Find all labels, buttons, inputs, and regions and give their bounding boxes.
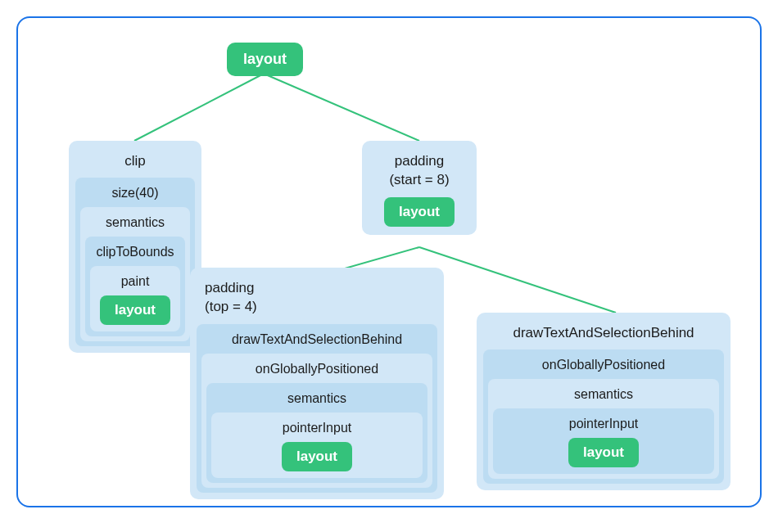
pointer-input-label-right: pointerInput [498,413,709,436]
size-label: size(40) [80,183,190,205]
padding-top-line2: (top = 4) [197,298,437,322]
padding-start-line2: (start = 8) [369,171,470,195]
layout-leaf-mid: layout [384,197,455,227]
svg-line-1 [264,74,419,141]
semantics-layer-br: semantics pointerInput layout [488,379,719,479]
pointer-input-label-left: pointerInput [216,417,418,440]
clip-box: clip size(40) semantics clipToBounds pai… [69,141,201,353]
root-layout-label: layout [227,43,303,76]
semantics-label-left: semantics [85,212,185,235]
draw-text-box-right: drawTextAndSelectionBehind onGloballyPos… [477,313,731,490]
paint-layer: paint layout [90,266,180,331]
clip-title: clip [75,147,195,176]
pointer-input-layer-left: pointerInput layout [211,413,423,478]
semantics-layer-left: semantics clipToBounds paint layout [80,207,190,341]
padding-start-box: padding (start = 8) layout [362,141,477,235]
svg-line-0 [134,74,264,141]
globally-positioned-label-left: onGloballyPositioned [206,358,427,381]
padding-start-line1: padding [369,147,470,171]
clip-to-bounds-label: clipToBounds [90,241,180,264]
draw-text-layer-left: drawTextAndSelectionBehind onGloballyPos… [197,324,437,493]
clip-to-bounds-layer: clipToBounds paint layout [85,237,185,336]
semantics-label-br: semantics [493,384,714,407]
root-layout-node: layout [227,43,303,76]
draw-text-label-right: drawTextAndSelectionBehind [483,319,724,348]
padding-top-line1: padding [197,274,437,298]
globally-positioned-layer-right: onGloballyPositioned semantics pointerIn… [483,349,724,484]
paint-label: paint [95,271,175,294]
padding-top-box: padding (top = 4) drawTextAndSelectionBe… [190,268,444,499]
layout-leaf-bl: layout [282,442,352,471]
diagram-frame: layout clip size(40) semantics clipToBou… [16,16,762,507]
draw-text-label-left: drawTextAndSelectionBehind [201,329,432,352]
size-layer: size(40) semantics clipToBounds paint la… [75,178,195,346]
layout-leaf-br: layout [568,438,639,467]
globally-positioned-label-right: onGloballyPositioned [488,354,719,377]
layout-leaf-left: layout [100,295,170,325]
pointer-input-layer-right: pointerInput layout [493,408,714,474]
svg-line-3 [419,247,616,313]
semantics-label-bl: semantics [211,388,423,411]
semantics-layer-bl: semantics pointerInput layout [206,383,427,483]
globally-positioned-layer-left: onGloballyPositioned semantics pointerIn… [201,354,432,488]
